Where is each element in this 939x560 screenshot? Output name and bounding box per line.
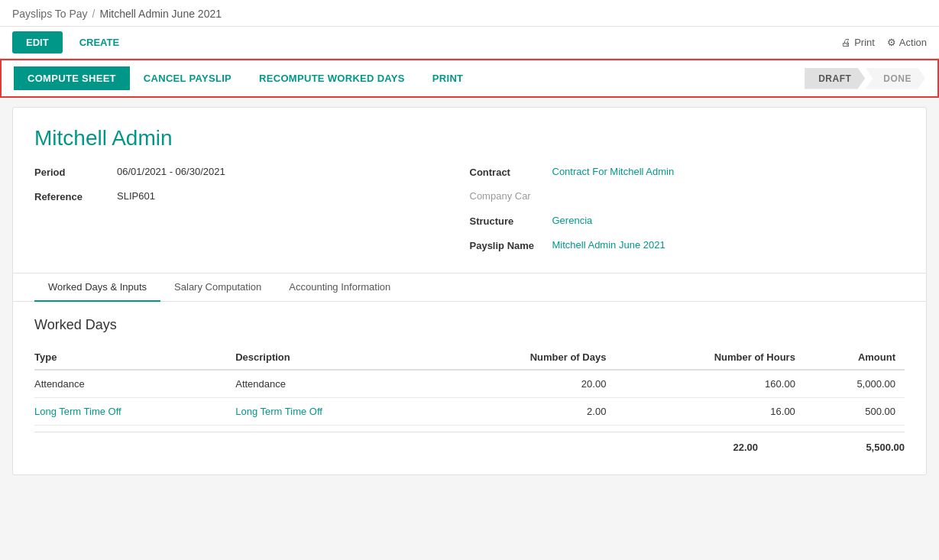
action-dropdown-button[interactable]: ⚙ Action	[887, 37, 927, 48]
reference-value: SLIP601	[117, 190, 155, 202]
row-days: 2.00	[436, 398, 615, 426]
create-button[interactable]: CREATE	[72, 31, 127, 53]
contract-label: Contract	[470, 166, 546, 178]
period-value: 06/01/2021 - 06/30/2021	[117, 166, 225, 177]
structure-label: Structure	[470, 215, 546, 227]
period-field: Period 06/01/2021 - 06/30/2021	[34, 166, 470, 184]
form-section: Mitchell Admin Period 06/01/2021 - 06/30…	[13, 108, 926, 273]
form-col-left: Period 06/01/2021 - 06/30/2021 Reference…	[34, 166, 470, 257]
col-header-hours: Number of Hours	[615, 345, 804, 370]
breadcrumb-current: Mitchell Admin June 2021	[99, 8, 222, 20]
print-toolbar-button[interactable]: PRINT	[419, 66, 478, 90]
action-label: Action	[899, 37, 927, 48]
payslip-name-label: Payslip Name	[470, 239, 546, 251]
structure-field: Structure Gerencia	[470, 215, 905, 233]
worked-days-title: Worked Days	[34, 317, 905, 333]
form-fields: Period 06/01/2021 - 06/30/2021 Reference…	[34, 166, 905, 257]
payslip-name-value: Mitchell Admin June 2021	[552, 239, 665, 251]
period-label: Period	[34, 166, 111, 178]
row-description-link[interactable]: Long Term Time Off	[235, 398, 436, 426]
employee-name: Mitchell Admin	[34, 126, 905, 151]
status-draft: DRAFT	[805, 68, 865, 89]
row-description: Attendance	[235, 370, 436, 398]
cancel-payslip-button[interactable]: CANCEL PAYSLIP	[130, 66, 245, 90]
tab-salary-computation[interactable]: Salary Computation	[160, 274, 275, 302]
row-type: Attendance	[34, 370, 235, 398]
col-header-days: Number of Days	[436, 345, 615, 370]
breadcrumb-separator: /	[92, 8, 96, 20]
tabs: Worked Days & Inputs Salary Computation …	[13, 274, 926, 302]
row-amount: 500.00	[805, 398, 905, 426]
footer-hours-spacer	[767, 442, 828, 453]
tab-worked-days[interactable]: Worked Days & Inputs	[34, 274, 160, 302]
toolbar-left: COMPUTE SHEET CANCEL PAYSLIP RECOMPUTE W…	[14, 66, 477, 90]
print-label: Print	[854, 37, 875, 48]
table-header-row: Type Description Number of Days Number o…	[34, 345, 905, 370]
row-amount: 5,000.00	[805, 370, 905, 398]
printer-icon: 🖨	[841, 37, 851, 48]
structure-value[interactable]: Gerencia	[552, 215, 593, 226]
table-row: Long Term Time Off Long Term Time Off 2.…	[34, 398, 905, 426]
col-header-amount: Amount	[805, 345, 905, 370]
footer-spacer	[34, 442, 630, 453]
row-hours: 16.00	[615, 398, 804, 426]
status-bar: DRAFT DONE	[805, 68, 925, 89]
status-done: DONE	[865, 68, 925, 89]
row-type-link[interactable]: Long Term Time Off	[34, 398, 235, 426]
company-car-field: Company Car	[470, 190, 905, 209]
action-bar-right: 🖨 Print ⚙ Action	[841, 37, 927, 48]
worked-days-table: Type Description Number of Days Number o…	[34, 345, 905, 426]
reference-label: Reference	[34, 190, 111, 202]
contract-field: Contract Contract For Mitchell Admin	[470, 166, 905, 184]
col-header-description: Description	[235, 345, 436, 370]
reference-field: Reference SLIP601	[34, 190, 470, 209]
tab-accounting-information[interactable]: Accounting Information	[275, 274, 404, 302]
tab-content-worked-days: Worked Days Type Description Number of D…	[13, 302, 926, 474]
form-col-right: Contract Contract For Mitchell Admin Com…	[470, 166, 905, 257]
payslip-name-field: Payslip Name Mitchell Admin June 2021	[470, 239, 905, 257]
edit-button[interactable]: EDIT	[12, 31, 63, 53]
compute-sheet-button[interactable]: COMPUTE SHEET	[14, 66, 130, 90]
main-content: Mitchell Admin Period 06/01/2021 - 06/30…	[12, 107, 927, 475]
breadcrumb-parent[interactable]: Payslips To Pay	[12, 8, 88, 20]
action-bar-left: EDIT CREATE	[12, 31, 127, 53]
contract-value[interactable]: Contract For Mitchell Admin	[552, 166, 675, 177]
gear-icon: ⚙	[887, 37, 896, 48]
row-days: 20.00	[436, 370, 615, 398]
table-row: Attendance Attendance 20.00 160.00 5,000…	[34, 370, 905, 398]
footer-total-amount: 5,500.00	[828, 442, 905, 453]
company-car-label: Company Car	[470, 190, 531, 202]
recompute-worked-days-button[interactable]: RECOMPUTE WORKED DAYS	[245, 66, 419, 90]
col-header-type: Type	[34, 345, 235, 370]
row-hours: 160.00	[615, 370, 804, 398]
tabs-section: Worked Days & Inputs Salary Computation …	[13, 273, 926, 474]
footer-total-days: 22.00	[630, 442, 767, 453]
print-button[interactable]: 🖨 Print	[841, 37, 875, 48]
